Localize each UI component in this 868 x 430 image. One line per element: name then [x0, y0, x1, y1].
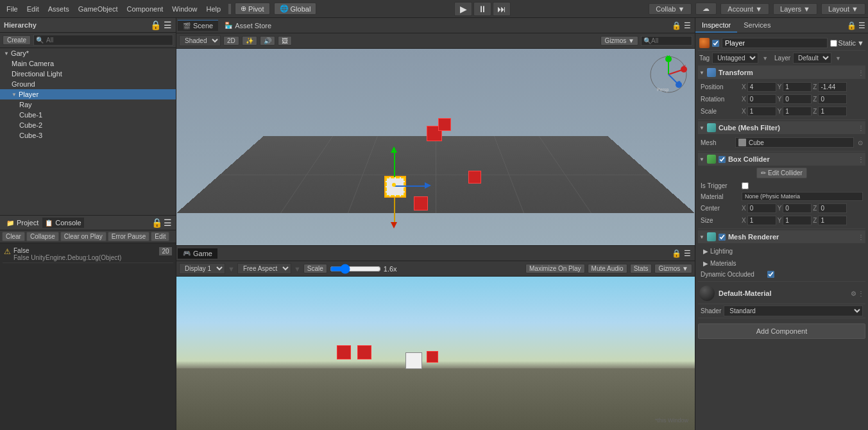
box-collider-header[interactable]: ▼ Box Collider ⋮: [698, 153, 865, 166]
game-view[interactable]: *this Window: [176, 277, 695, 430]
console-lock-icon[interactable]: 🔒: [151, 218, 162, 228]
menu-window[interactable]: Window: [168, 4, 201, 14]
material-menu-icon[interactable]: ⋮: [858, 290, 864, 297]
image-button[interactable]: 🖼: [278, 36, 292, 46]
pos-z-input[interactable]: [818, 82, 847, 92]
scene-tab[interactable]: 🎬 Scene: [178, 20, 218, 31]
game-lock-icon[interactable]: 🔒: [672, 249, 681, 258]
add-component-btn[interactable]: Add Component: [698, 323, 865, 339]
hierarchy-item-ground[interactable]: Ground: [0, 79, 176, 89]
hierarchy-create-btn[interactable]: Create: [3, 35, 31, 45]
mute-audio-btn[interactable]: Mute Audio: [588, 264, 627, 273]
object-enabled-checkbox[interactable]: [712, 40, 719, 47]
pause-button[interactable]: ⏸: [473, 2, 491, 16]
scene-menu-icon[interactable]: ☰: [684, 21, 691, 30]
scale-y-input[interactable]: [783, 107, 812, 116]
material-settings-icon[interactable]: ⚙: [851, 290, 856, 297]
gizmos-button[interactable]: Gizmos ▼: [600, 36, 638, 46]
center-x-input[interactable]: [747, 203, 776, 213]
hierarchy-item-cube2[interactable]: Cube-2: [0, 120, 176, 130]
layer-select[interactable]: Default: [793, 53, 831, 64]
fx-button[interactable]: ✨: [242, 36, 257, 46]
mesh-filter-menu-icon[interactable]: ⋮: [858, 125, 864, 132]
edit-collider-btn[interactable]: ✏ Edit Collider: [756, 168, 807, 178]
hierarchy-item-cube3[interactable]: Cube-3: [0, 130, 176, 141]
clear-button[interactable]: Clear: [2, 232, 25, 241]
box-collider-menu-icon[interactable]: ⋮: [858, 156, 864, 163]
shader-select[interactable]: Standard: [724, 305, 863, 316]
play-button[interactable]: ▶: [454, 2, 472, 16]
hierarchy-item-gary[interactable]: ▼ Gary*: [0, 48, 176, 58]
account-button[interactable]: Account ▼: [720, 3, 769, 15]
trigger-checkbox[interactable]: [742, 182, 749, 189]
size-y-input[interactable]: [783, 216, 812, 225]
game-menu-icon[interactable]: ☰: [684, 249, 691, 258]
layout-button[interactable]: Layout ▼: [821, 3, 865, 15]
global-button[interactable]: 🌐 Global: [274, 3, 317, 15]
hierarchy-item-cube1[interactable]: Cube-1: [0, 110, 176, 120]
collapse-button[interactable]: Collapse: [26, 232, 59, 241]
scene-search-input[interactable]: [651, 37, 690, 44]
hierarchy-item-player[interactable]: ▼ Player: [0, 89, 176, 99]
hierarchy-item-ray[interactable]: Ray: [0, 99, 176, 110]
inspector-tab[interactable]: Inspector: [695, 18, 737, 33]
tag-select[interactable]: Untagged: [712, 53, 758, 64]
2d-button[interactable]: 2D: [223, 36, 239, 46]
menu-help[interactable]: Help: [202, 4, 225, 14]
center-y-input[interactable]: [783, 203, 812, 213]
mesh-renderer-header[interactable]: ▼ Mesh Renderer ⋮: [698, 230, 865, 243]
audio-button[interactable]: 🔊: [260, 36, 275, 46]
menu-edit[interactable]: Edit: [23, 4, 43, 14]
transform-menu-icon[interactable]: ⋮: [858, 69, 864, 76]
game-gizmos-btn[interactable]: Gizmos ▼: [654, 264, 692, 273]
asset-store-tab[interactable]: 🏪 Asset Store: [219, 21, 277, 31]
transform-header[interactable]: ▼ Transform ⋮: [698, 66, 865, 79]
mesh-renderer-enabled-checkbox[interactable]: [719, 234, 726, 241]
cloud-button[interactable]: ☁: [695, 3, 717, 15]
static-dropdown-icon[interactable]: ▼: [857, 39, 864, 47]
menu-assets[interactable]: Assets: [44, 4, 73, 14]
mesh-filter-header[interactable]: ▼ Cube (Mesh Filter) ⋮: [698, 121, 865, 134]
error-pause-button[interactable]: Error Pause: [108, 232, 149, 241]
rot-x-input[interactable]: [747, 94, 776, 104]
hierarchy-search-input[interactable]: [44, 36, 171, 44]
maximize-on-play-btn[interactable]: Maximize On Play: [525, 264, 585, 273]
scene-view[interactable]: Y X Z Persp: [176, 49, 695, 245]
rot-y-input[interactable]: [783, 94, 812, 104]
materials-toggle[interactable]: ▶ Materials: [703, 259, 860, 268]
pos-x-input[interactable]: [747, 82, 776, 92]
dynamic-occluded-checkbox[interactable]: [767, 271, 774, 278]
pivot-button[interactable]: ⊕ Pivot: [235, 3, 269, 15]
pos-y-input[interactable]: [783, 82, 812, 92]
size-z-input[interactable]: [818, 216, 847, 225]
hierarchy-item-dirlight[interactable]: Directional Light: [0, 69, 176, 79]
services-tab[interactable]: Services: [737, 18, 777, 33]
scene-lock-icon[interactable]: 🔒: [672, 21, 681, 30]
scale-x-input[interactable]: [747, 107, 776, 116]
hierarchy-item-maincamera[interactable]: Main Camera: [0, 58, 176, 69]
mesh-renderer-menu-icon[interactable]: ⋮: [858, 234, 864, 241]
scale-slider[interactable]: [330, 264, 381, 274]
menu-gameobject[interactable]: GameObject: [74, 4, 122, 14]
edit-button[interactable]: Edit: [151, 232, 169, 241]
rot-z-input[interactable]: [818, 94, 847, 104]
lighting-toggle[interactable]: ▶ Lighting: [703, 246, 860, 256]
menu-file[interactable]: File: [3, 4, 22, 14]
collab-button[interactable]: Collab ▼: [649, 3, 692, 15]
display-select[interactable]: Display 1: [179, 263, 225, 274]
project-tab[interactable]: 📁 Project: [4, 218, 41, 228]
object-name-input[interactable]: [722, 38, 828, 48]
aspect-select[interactable]: Free Aspect: [237, 263, 291, 274]
inspector-lock-icon[interactable]: 🔒: [847, 21, 856, 30]
scale-z-input[interactable]: [818, 107, 847, 116]
box-collider-enabled-checkbox[interactable]: [719, 156, 726, 163]
clear-on-play-button[interactable]: Clear on Play: [60, 232, 106, 241]
center-z-input[interactable]: [818, 203, 847, 213]
console-menu-icon[interactable]: ☰: [164, 218, 172, 228]
menu-component[interactable]: Component: [123, 4, 167, 14]
game-tab[interactable]: 🎮 Game: [178, 248, 217, 259]
mesh-picker-icon[interactable]: ⊙: [858, 139, 863, 146]
step-button[interactable]: ⏭: [493, 2, 511, 16]
stats-btn[interactable]: Stats: [630, 264, 652, 273]
static-checkbox[interactable]: [830, 40, 837, 47]
